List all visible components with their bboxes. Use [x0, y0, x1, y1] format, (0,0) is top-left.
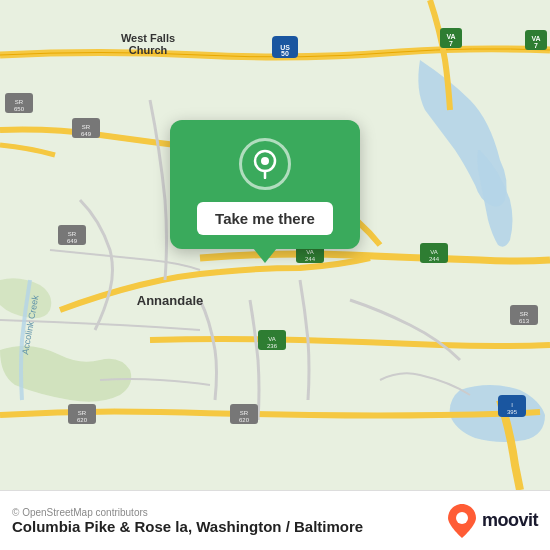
svg-text:650: 650 [14, 106, 25, 112]
take-me-there-button[interactable]: Take me there [197, 202, 333, 235]
svg-text:Annandale: Annandale [137, 293, 203, 308]
svg-text:Church: Church [129, 44, 168, 56]
location-icon-wrap [239, 138, 291, 190]
svg-text:West Falls: West Falls [121, 32, 175, 44]
svg-text:VA: VA [306, 249, 314, 255]
svg-text:SR: SR [15, 99, 24, 105]
svg-text:SR: SR [82, 124, 91, 130]
svg-text:395: 395 [507, 409, 518, 415]
location-pin-icon [250, 149, 280, 179]
svg-text:VA: VA [446, 33, 455, 40]
svg-text:620: 620 [239, 417, 250, 423]
bottom-left-info: © OpenStreetMap contributors Columbia Pi… [12, 507, 363, 535]
svg-text:7: 7 [449, 40, 453, 47]
svg-text:SR: SR [520, 311, 529, 317]
svg-text:VA: VA [531, 35, 540, 42]
svg-text:7: 7 [534, 42, 538, 49]
svg-text:649: 649 [81, 131, 92, 137]
location-name: Columbia Pike & Rose la, Washington / Ba… [12, 518, 363, 535]
moovit-text: moovit [482, 510, 538, 531]
svg-text:613: 613 [519, 318, 530, 324]
svg-text:VA: VA [268, 336, 276, 342]
bottom-bar: © OpenStreetMap contributors Columbia Pi… [0, 490, 550, 550]
svg-text:50: 50 [281, 50, 289, 57]
svg-point-49 [456, 512, 468, 524]
svg-text:SR: SR [68, 231, 77, 237]
moovit-logo: moovit [448, 504, 538, 538]
svg-text:SR: SR [240, 410, 249, 416]
svg-text:236: 236 [267, 343, 278, 349]
svg-text:620: 620 [77, 417, 88, 423]
svg-text:244: 244 [305, 256, 316, 262]
svg-text:VA: VA [430, 249, 438, 255]
moovit-pin-icon [448, 504, 476, 538]
svg-point-48 [261, 157, 269, 165]
copyright-text: © OpenStreetMap contributors [12, 507, 363, 518]
svg-text:244: 244 [429, 256, 440, 262]
svg-text:SR: SR [78, 410, 87, 416]
map-container: US 50 VA 7 VA 7 SR 650 SR 649 SR 649 SR … [0, 0, 550, 490]
popup-card: Take me there [170, 120, 360, 249]
svg-text:649: 649 [67, 238, 78, 244]
